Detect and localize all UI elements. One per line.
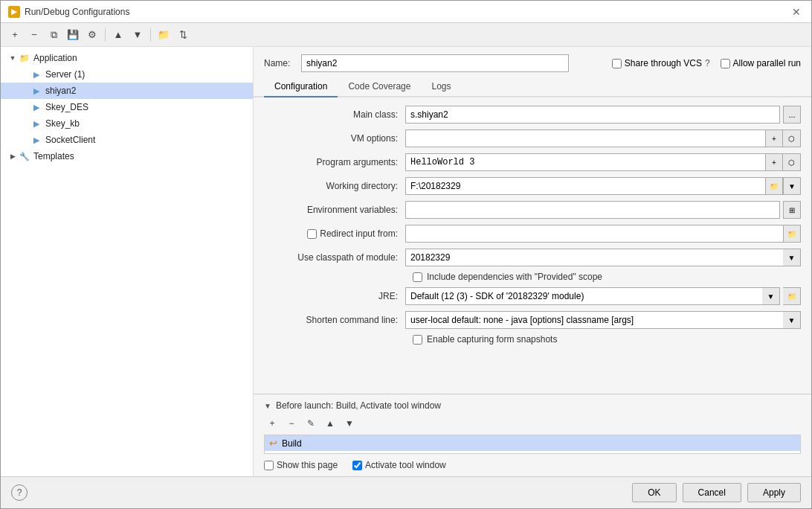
jre-browse-button[interactable]: 📁: [783, 287, 801, 305]
sort-button[interactable]: ⇅: [175, 27, 191, 43]
config-icon: ▶: [30, 118, 42, 129]
app-icon: ▶: [8, 6, 20, 18]
working-dir-dropdown-button[interactable]: ▼: [783, 177, 801, 195]
main-class-input[interactable]: [405, 106, 780, 124]
share-vcs-checkbox[interactable]: [612, 59, 622, 68]
vm-options-more-button[interactable]: ⬡: [783, 129, 801, 147]
sidebar-item-application[interactable]: ▼ 📁 Application: [1, 50, 253, 66]
sidebar-item-templates[interactable]: ▶ 🔧 Templates: [1, 148, 253, 164]
sidebar-item-label: Application: [33, 53, 77, 63]
program-args-row: Program arguments: + ⬡: [264, 153, 801, 172]
remove-config-button[interactable]: −: [26, 27, 42, 43]
sidebar-item-skey-kb[interactable]: ▶ Skey_kb: [1, 115, 253, 132]
program-args-expand-button[interactable]: +: [765, 153, 783, 171]
parallel-run-checkbox-item: Allow parallel run: [721, 58, 801, 68]
folder-button[interactable]: 📁: [155, 27, 172, 43]
cancel-button[interactable]: Cancel: [683, 483, 741, 502]
redirect-checkbox[interactable]: [307, 229, 317, 239]
tab-configuration[interactable]: Configuration: [264, 77, 338, 97]
copy-config-button[interactable]: ⧉: [45, 27, 62, 43]
apply-button[interactable]: Apply: [747, 483, 801, 502]
working-dir-control: 📁 ▼: [405, 177, 801, 195]
jre-select[interactable]: Default (12 (3) - SDK of '20182329' modu…: [405, 287, 780, 305]
parallel-run-checkbox[interactable]: [721, 59, 730, 68]
main-class-browse-button[interactable]: ...: [783, 106, 801, 124]
close-button[interactable]: ✕: [789, 4, 804, 19]
sidebar-item-label: SocketClient: [45, 135, 95, 145]
launch-list-item[interactable]: ↩ Build: [265, 435, 800, 451]
collapse-arrow[interactable]: ▼: [7, 52, 19, 64]
launch-edit-button[interactable]: ✎: [303, 415, 319, 432]
launch-toolbar: + − ✎ ▲ ▼: [264, 415, 801, 432]
env-vars-control: ⊞: [405, 201, 801, 219]
vm-options-row: VM options: + ⬡: [264, 129, 801, 148]
help-button[interactable]: ?: [11, 484, 28, 501]
expand-arrow[interactable]: ▶: [7, 150, 19, 162]
build-icon: ↩: [269, 438, 277, 449]
form-snapshots-checkbox[interactable]: [413, 335, 422, 345]
move-up-button[interactable]: ▲: [110, 27, 126, 43]
share-vcs-help-icon[interactable]: ?: [705, 58, 710, 68]
folder-icon: 📁: [19, 52, 30, 64]
shorten-cmd-select[interactable]: user-local default: none - java [options…: [405, 311, 801, 329]
before-launch-section: ▼ Before launch: Build, Activate tool wi…: [254, 394, 811, 476]
config-panel: Main class: ... VM options: + ⬡: [254, 97, 811, 394]
classpath-select[interactable]: 20182329: [405, 249, 801, 266]
vm-options-input-group: + ⬡: [405, 129, 801, 147]
save-config-button[interactable]: 💾: [65, 27, 81, 43]
ok-button[interactable]: OK: [632, 483, 676, 502]
launch-down-button[interactable]: ▼: [341, 415, 358, 432]
sidebar-item-label: Templates: [33, 151, 74, 161]
show-page-checkbox[interactable]: [264, 461, 274, 470]
classpath-control: 20182329 ▼: [405, 249, 801, 266]
redirect-label-group: Redirect input from:: [264, 228, 405, 239]
move-down-button[interactable]: ▼: [129, 27, 146, 43]
before-launch-list: ↩ Build: [264, 435, 801, 454]
vm-options-control: + ⬡: [405, 129, 801, 147]
name-row: Name: Share through VCS ? Allow parallel…: [254, 47, 811, 77]
tab-code-coverage[interactable]: Code Coverage: [338, 77, 421, 97]
program-args-input[interactable]: [405, 153, 765, 171]
dialog-footer: ? OK Cancel Apply: [1, 476, 811, 508]
sidebar-item-shiyan2[interactable]: ▶ shiyan2: [1, 83, 253, 99]
sidebar-item-skey-des[interactable]: ▶ Skey_DES: [1, 99, 253, 115]
vm-options-expand-button[interactable]: +: [765, 129, 783, 147]
footer-options: Show this page Activate tool window: [264, 460, 801, 470]
add-config-button[interactable]: +: [7, 27, 23, 43]
shorten-cmd-label: Shorten command line:: [264, 315, 405, 325]
tab-logs[interactable]: Logs: [421, 77, 461, 97]
jre-control: Default (12 (3) - SDK of '20182329' modu…: [405, 287, 801, 305]
redirect-input[interactable]: [405, 225, 783, 243]
wrench-icon: 🔧: [19, 150, 30, 162]
show-page-item: Show this page: [264, 460, 338, 470]
program-args-more-button[interactable]: ⬡: [783, 153, 801, 171]
title-bar-left: ▶ Run/Debug Configurations: [8, 6, 129, 18]
program-args-control: + ⬡: [405, 153, 801, 171]
env-vars-input[interactable]: [405, 201, 780, 219]
working-dir-input[interactable]: [405, 177, 765, 195]
activate-window-checkbox[interactable]: [352, 461, 362, 470]
classpath-row: Use classpath of module: 20182329 ▼: [264, 248, 801, 267]
launch-remove-button[interactable]: −: [283, 415, 300, 432]
program-args-input-group: + ⬡: [405, 153, 801, 171]
name-input[interactable]: [301, 54, 569, 72]
working-dir-browse-button[interactable]: 📁: [765, 177, 783, 195]
title-bar: ▶ Run/Debug Configurations ✕: [1, 1, 811, 23]
vm-options-input[interactable]: [405, 129, 765, 147]
sidebar-item-server1[interactable]: ▶ Server (1): [1, 66, 253, 83]
jre-select-wrapper: Default (12 (3) - SDK of '20182329' modu…: [405, 287, 780, 305]
launch-up-button[interactable]: ▲: [322, 415, 338, 432]
toolbar-separator: [105, 28, 106, 42]
classpath-label: Use classpath of module:: [264, 252, 405, 263]
shorten-cmd-row: Shorten command line: user-local default…: [264, 310, 801, 330]
include-deps-row: Include dependencies with "Provided" sco…: [264, 272, 801, 282]
launch-add-button[interactable]: +: [264, 415, 280, 432]
settings-button[interactable]: ⚙: [84, 27, 100, 43]
before-launch-toggle[interactable]: ▼: [264, 402, 271, 410]
include-deps-checkbox[interactable]: [413, 272, 422, 282]
spacer: [19, 101, 30, 113]
redirect-browse-button[interactable]: 📁: [783, 225, 801, 243]
env-vars-edit-button[interactable]: ⊞: [783, 201, 801, 219]
sidebar-item-socketclient[interactable]: ▶ SocketClient: [1, 132, 253, 148]
form-snapshots-row: Enable capturing form snapshots: [264, 334, 801, 345]
